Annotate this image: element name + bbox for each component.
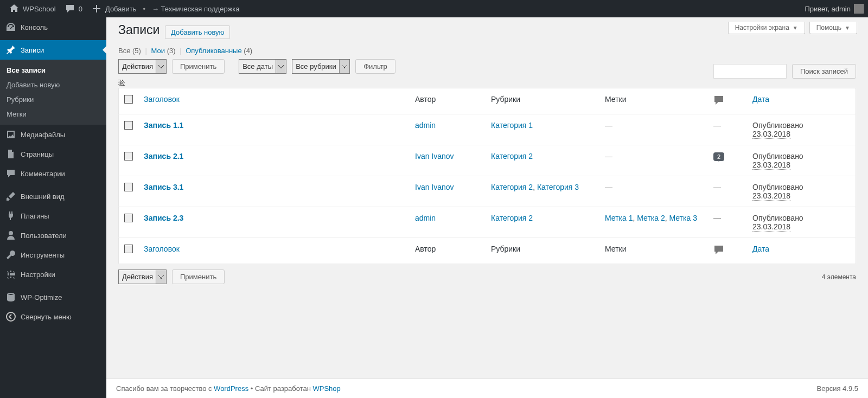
main-content: Настройки экрана ▼ Помощь ▼ Записи Добав…: [106, 17, 868, 398]
sidebar-settings[interactable]: Настройки: [0, 265, 106, 284]
author-link[interactable]: Ivan Ivanov: [415, 183, 454, 191]
filter-button[interactable]: Фильтр: [355, 59, 395, 74]
row-checkbox[interactable]: [124, 183, 133, 191]
bulk-actions-select[interactable]: Действия: [118, 59, 167, 74]
collapse-icon: [5, 311, 16, 322]
avatar[interactable]: [854, 4, 864, 14]
table-row: Запись 2.3adminКатегория 2Метка 1, Метка…: [119, 207, 856, 238]
filter-mine[interactable]: Мои: [151, 47, 165, 55]
row-checkbox[interactable]: [124, 152, 133, 161]
post-date: Опубликовано23.03.2018: [752, 183, 803, 201]
new-label: Добавить: [105, 5, 136, 13]
post-title-link[interactable]: Запись 3.1: [144, 183, 183, 191]
footer-wordpress-link[interactable]: WordPress: [214, 384, 248, 393]
col-title-foot[interactable]: Заголовок: [144, 245, 180, 253]
sidebar-wp-optimize-label: WP-Optimize: [21, 293, 62, 301]
howdy[interactable]: Привет, admin: [805, 5, 851, 13]
comments-count: 0: [79, 5, 82, 13]
sidebar-posts-submenu: Все записи Добавить новую Рубрики Метки: [0, 60, 106, 125]
sidebar-pages[interactable]: Страницы: [0, 144, 106, 164]
adminbar-site[interactable]: WPSchool: [4, 0, 60, 17]
col-tags-foot: Метки: [599, 238, 708, 264]
sidebar-plugins[interactable]: Плагины: [0, 206, 106, 226]
footer-dev: • Сайт разработан: [248, 384, 312, 393]
add-new-button[interactable]: Добавить новую: [165, 25, 230, 39]
bullet-sep: •: [143, 5, 145, 13]
tags-empty: —: [605, 152, 612, 161]
sidebar-media[interactable]: Медиафайлы: [0, 125, 106, 144]
category-link[interactable]: Категория 2: [491, 152, 533, 161]
tags-empty: —: [605, 183, 612, 191]
filter-mine-count: (3): [167, 47, 176, 55]
author-link[interactable]: Ivan Ivanov: [415, 152, 454, 161]
col-date-foot[interactable]: Дата: [752, 245, 769, 253]
row-checkbox[interactable]: [124, 214, 133, 222]
admin-sidebar: Консоль Записи Все записи Добавить новую…: [0, 17, 106, 398]
filter-published[interactable]: Опубликованные: [186, 47, 242, 55]
sidebar-users[interactable]: Пользователи: [0, 226, 106, 245]
search-box: Поиск записей: [713, 64, 856, 79]
apply-button-bottom[interactable]: Применить: [172, 269, 225, 284]
submenu-categories[interactable]: Рубрики: [0, 92, 106, 107]
post-title-link[interactable]: Запись 2.1: [144, 152, 183, 161]
footer-version: Версия 4.9.5: [817, 384, 858, 393]
category-link[interactable]: Категория 2: [491, 214, 533, 222]
category-link[interactable]: Категория 1: [491, 121, 533, 130]
row-checkbox[interactable]: [124, 121, 133, 130]
dashboard-icon: [5, 22, 16, 33]
tag-link[interactable]: Метка 2: [637, 214, 665, 222]
col-categories-foot: Рубрики: [486, 238, 599, 264]
page-icon: [5, 149, 16, 159]
filter-all-count: (5): [132, 47, 141, 55]
adminbar-support[interactable]: → Техническая поддержка: [148, 0, 244, 17]
sidebar-wp-optimize[interactable]: WP-Optimize: [0, 287, 106, 307]
sidebar-dashboard[interactable]: Консоль: [0, 17, 106, 37]
submenu-add-new[interactable]: Добавить новую: [0, 78, 106, 92]
tools-icon: [5, 249, 16, 260]
search-button[interactable]: Поиск записей: [792, 64, 856, 79]
sidebar-users-label: Пользователи: [21, 232, 67, 240]
col-date[interactable]: Дата: [752, 95, 769, 104]
search-input[interactable]: [713, 64, 787, 79]
user-icon: [5, 230, 16, 241]
post-date: Опубликовано23.03.2018: [752, 214, 803, 232]
apply-button-top[interactable]: Применить: [172, 59, 225, 74]
comments-column-icon[interactable]: [713, 95, 724, 106]
category-link[interactable]: Категория 3: [537, 183, 579, 191]
footer-wpshop-link[interactable]: WPShop: [313, 384, 341, 393]
comments-column-icon[interactable]: [713, 245, 724, 255]
help-tab[interactable]: Помощь ▼: [809, 22, 857, 34]
author-link[interactable]: admin: [415, 121, 436, 130]
plugin-icon: [5, 210, 16, 221]
submenu-tags[interactable]: Метки: [0, 107, 106, 121]
brush-icon: [5, 191, 16, 202]
category-filter-select[interactable]: Все рубрики: [292, 59, 350, 74]
posts-table: Заголовок Автор Рубрики Метки Дата Запис…: [118, 88, 856, 264]
col-title[interactable]: Заголовок: [144, 95, 180, 104]
comments-empty: —: [713, 121, 721, 130]
sidebar-comments[interactable]: Комментарии: [0, 164, 106, 183]
dates-filter-select[interactable]: Все даты: [239, 59, 286, 74]
sidebar-appearance[interactable]: Внешний вид: [0, 187, 106, 206]
submenu-all-posts[interactable]: Все записи: [0, 63, 106, 78]
post-title-link[interactable]: Запись 1.1: [144, 121, 183, 130]
sidebar-posts[interactable]: Записи: [0, 40, 106, 60]
sidebar-collapse[interactable]: Свернуть меню: [0, 307, 106, 326]
tag-link[interactable]: Метка 1: [605, 214, 633, 222]
adminbar-comments[interactable]: 0: [60, 0, 87, 17]
category-link[interactable]: Категория 2: [491, 183, 533, 191]
adminbar-new[interactable]: Добавить: [87, 0, 141, 17]
tag-link[interactable]: Метка 3: [669, 214, 697, 222]
bulk-actions-select-bottom[interactable]: Действия: [118, 269, 167, 284]
post-date: Опубликовано23.03.2018: [752, 121, 803, 139]
post-title-link[interactable]: Запись 2.3: [144, 214, 183, 222]
screen-options-tab[interactable]: Настройки экрана ▼: [728, 22, 805, 34]
support-label: → Техническая поддержка: [152, 5, 240, 13]
comments-count-badge[interactable]: 2: [713, 152, 724, 161]
items-count-bottom: 4 элемента: [822, 273, 856, 281]
select-all-top[interactable]: [124, 95, 133, 104]
select-all-bottom[interactable]: [124, 245, 133, 253]
home-icon: [9, 3, 20, 14]
sidebar-tools[interactable]: Инструменты: [0, 245, 106, 265]
author-link[interactable]: admin: [415, 214, 436, 222]
